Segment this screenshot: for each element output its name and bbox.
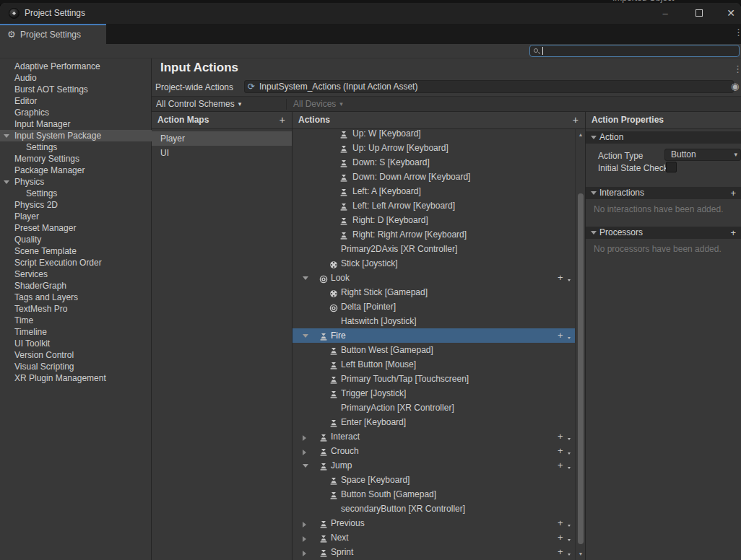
sidebar-item-preset-manager[interactable]: Preset Manager: [0, 222, 152, 234]
sidebar-item-adaptive-performance[interactable]: Adaptive Performance: [0, 61, 152, 72]
add-processor-button[interactable]: +: [730, 227, 736, 239]
sidebar-item-tags-and-layers[interactable]: Tags and Layers: [0, 292, 152, 303]
sidebar-item-editor[interactable]: Editor: [0, 95, 152, 107]
sidebar-item-ui-toolkit[interactable]: UI Toolkit: [0, 338, 152, 349]
add-action-button[interactable]: +: [573, 112, 578, 128]
binding-row-stick-joystick[interactable]: Stick [Joystick]: [292, 256, 575, 271]
maximize-button[interactable]: [688, 3, 710, 24]
search-input[interactable]: [546, 45, 734, 56]
sidebar-item-timeline[interactable]: Timeline: [0, 326, 152, 338]
sidebar-item-graphics[interactable]: Graphics: [0, 107, 152, 118]
scroll-up-arrow[interactable]: ▲: [576, 132, 586, 137]
add-binding-button[interactable]: +: [558, 545, 569, 559]
sidebar-item-audio[interactable]: Audio: [0, 72, 152, 84]
sidebar-item-memory-settings[interactable]: Memory Settings: [0, 153, 152, 165]
action-row-jump[interactable]: Jump+: [292, 458, 575, 473]
sidebar-item-version-control[interactable]: Version Control: [0, 349, 152, 361]
action-row-crouch[interactable]: Crouch+: [292, 444, 575, 458]
action-row-next[interactable]: Next+: [292, 530, 575, 545]
foldout-triangle-icon[interactable]: [4, 134, 9, 138]
scroll-down-arrow[interactable]: ▼: [576, 551, 586, 556]
binding-row-left-button-mouse[interactable]: Left Button [Mouse]: [292, 357, 575, 372]
add-binding-button[interactable]: +: [558, 429, 569, 444]
binding-row-primary2daxis-xr-controller[interactable]: Primary2DAxis [XR Controller]: [292, 242, 575, 256]
window-titlebar[interactable]: Project Settings – ✕: [0, 3, 741, 24]
foldout-triangle-icon[interactable]: [591, 231, 597, 235]
action-row-previous[interactable]: Previous+: [292, 516, 575, 530]
binding-row-right-stick-gamepad[interactable]: Right Stick [Gamepad]: [292, 285, 575, 299]
add-binding-button[interactable]: +: [558, 458, 569, 473]
foldout-triangle-icon[interactable]: [303, 536, 306, 542]
sidebar-item-player[interactable]: Player: [0, 211, 152, 222]
processors-section-header[interactable]: Processors +: [586, 227, 741, 239]
input-action-asset-field[interactable]: ⟳ InputSystem_Actions (Input Action Asse…: [244, 80, 734, 93]
add-binding-button[interactable]: +: [558, 328, 569, 343]
binding-row-left-a-keyboard[interactable]: Left: A [Keyboard]: [292, 184, 575, 198]
close-button[interactable]: ✕: [721, 3, 741, 24]
interactions-section-header[interactable]: Interactions +: [586, 187, 741, 199]
sidebar-item-input-system-package[interactable]: Input System Package: [0, 130, 152, 141]
foldout-triangle-icon[interactable]: [4, 180, 9, 184]
binding-row-right-right-arrow-keyboard[interactable]: Right: Right Arrow [Keyboard]: [292, 227, 575, 242]
binding-row-hatswitch-joystick[interactable]: Hatswitch [Joystick]: [292, 314, 575, 328]
add-binding-button[interactable]: +: [558, 516, 569, 530]
sidebar-item-scene-template[interactable]: Scene Template: [0, 245, 152, 257]
sidebar-item-physics-2d[interactable]: Physics 2D: [0, 199, 152, 211]
action-row-interact[interactable]: Interact+: [292, 429, 575, 444]
foldout-triangle-icon[interactable]: [303, 276, 308, 280]
sidebar-item-settings[interactable]: Settings: [0, 141, 152, 153]
sidebar-item-physics[interactable]: Physics: [0, 176, 152, 188]
foldout-triangle-icon[interactable]: [303, 551, 306, 556]
action-type-dropdown[interactable]: Button ▾: [664, 149, 741, 161]
foldout-triangle-icon[interactable]: [303, 522, 306, 528]
binding-row-trigger-joystick[interactable]: Trigger [Joystick]: [292, 386, 575, 401]
sidebar-item-shadergraph[interactable]: ShaderGraph: [0, 280, 152, 292]
binding-row-primaryaction-xr-controller[interactable]: PrimaryAction [XR Controller]: [292, 401, 575, 415]
search-field[interactable]: [529, 45, 740, 57]
action-map-player[interactable]: Player: [152, 131, 292, 146]
foldout-triangle-icon[interactable]: [591, 136, 597, 139]
add-binding-button[interactable]: +: [558, 271, 569, 285]
tab-project-settings[interactable]: ⚙ Project Settings: [0, 24, 106, 44]
actions-scrollbar[interactable]: ▲ ▼: [575, 129, 585, 560]
binding-row-down-s-keyboard[interactable]: Down: S [Keyboard]: [292, 155, 575, 170]
sidebar-item-settings[interactable]: Settings: [0, 188, 152, 199]
add-binding-button[interactable]: +: [558, 444, 569, 458]
binding-row-delta-pointer[interactable]: Delta [Pointer]: [292, 299, 575, 314]
sidebar-item-package-manager[interactable]: Package Manager: [0, 165, 152, 176]
binding-row-up-w-keyboard[interactable]: Up: W [Keyboard]: [292, 129, 575, 141]
action-row-look[interactable]: Look+: [292, 271, 575, 285]
object-picker-icon[interactable]: ◉: [731, 81, 739, 92]
sidebar-item-textmesh-pro[interactable]: TextMesh Pro: [0, 303, 152, 315]
foldout-triangle-icon[interactable]: [591, 191, 597, 195]
sidebar-item-xr-plugin-management[interactable]: XR Plugin Management: [0, 372, 152, 384]
binding-row-right-d-keyboard[interactable]: Right: D [Keyboard]: [292, 213, 575, 227]
foldout-triangle-icon[interactable]: [303, 435, 306, 441]
devices-dropdown[interactable]: All Devices▾: [293, 97, 343, 111]
add-action-map-button[interactable]: +: [280, 112, 285, 128]
binding-row-up-up-arrow-keyboard[interactable]: Up: Up Arrow [Keyboard]: [292, 141, 575, 155]
foldout-triangle-icon[interactable]: [303, 450, 306, 455]
binding-row-secondarybutton-xr-controller[interactable]: secondaryButton [XR Controller]: [292, 502, 575, 516]
sidebar-item-visual-scripting[interactable]: Visual Scripting: [0, 361, 152, 372]
action-row-sprint[interactable]: Sprint+: [292, 545, 575, 559]
action-map-ui[interactable]: UI: [152, 146, 292, 160]
binding-row-down-down-arrow-keyboard[interactable]: Down: Down Arrow [Keyboard]: [292, 170, 575, 184]
add-interaction-button[interactable]: +: [730, 187, 736, 199]
add-binding-button[interactable]: +: [558, 530, 569, 545]
scrollbar-thumb[interactable]: [578, 193, 584, 544]
sidebar-item-input-manager[interactable]: Input Manager: [0, 118, 152, 130]
sidebar-item-time[interactable]: Time: [0, 315, 152, 326]
foldout-triangle-icon[interactable]: [303, 334, 308, 338]
binding-row-button-south-gamepad[interactable]: Button South [Gamepad]: [292, 487, 575, 502]
sidebar-item-quality[interactable]: Quality: [0, 234, 152, 245]
binding-row-primary-touch-tap-touchscreen[interactable]: Primary Touch/Tap [Touchscreen]: [292, 372, 575, 386]
initial-state-checkbox[interactable]: [666, 162, 677, 172]
binding-row-enter-keyboard[interactable]: Enter [Keyboard]: [292, 415, 575, 429]
sidebar-item-burst-aot-settings[interactable]: Burst AOT Settings: [0, 84, 152, 95]
binding-row-left-left-arrow-keyboard[interactable]: Left: Left Arrow [Keyboard]: [292, 198, 575, 213]
action-row-fire[interactable]: Fire+: [292, 328, 575, 343]
action-section-header[interactable]: Action: [586, 131, 741, 144]
control-schemes-dropdown[interactable]: All Control Schemes▾: [156, 97, 241, 111]
tab-menu-kebab-icon[interactable]: ⋮: [734, 27, 741, 38]
